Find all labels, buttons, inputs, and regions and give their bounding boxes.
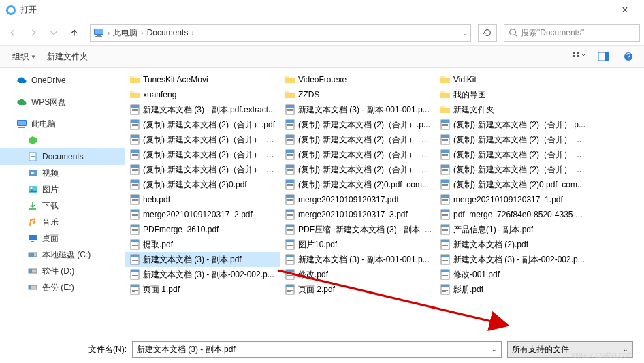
file-item[interactable]: heb.pdf: [125, 192, 280, 207]
file-item[interactable]: merge20210109120317_3.pdf: [280, 207, 436, 222]
file-item[interactable]: 新建文本文档 (3) - 副本-002-002.p...: [125, 267, 280, 282]
file-item[interactable]: (复制)-新建文本文档 (2)（合并）_加...: [125, 147, 280, 162]
file-icon: [440, 224, 451, 235]
file-item[interactable]: (复制)-新建文本文档 (2)（合并）_c...: [280, 132, 436, 147]
file-name: ZZDS: [298, 90, 319, 99]
file-item[interactable]: pdf_merge_726f84e0-8520-4335-...: [436, 207, 591, 222]
sidebar-item-diskc[interactable]: 本地磁盘 (C:): [0, 247, 125, 263]
nav-up-button[interactable]: [65, 24, 83, 42]
file-icon: [285, 134, 295, 145]
folder-icon: [285, 74, 295, 85]
file-name: pdf_merge_726f84e0-8520-4335-...: [453, 210, 582, 219]
preview-pane-button[interactable]: [595, 50, 613, 63]
file-item[interactable]: 页面 1.pdf: [125, 282, 280, 297]
chevron-right-icon: ›: [191, 29, 193, 37]
file-name: 我的导图: [453, 89, 486, 101]
file-name: 产品信息(1) - 副本.pdf: [453, 224, 533, 236]
file-name: merge20210109120317_3.pdf: [298, 210, 408, 219]
sidebar-item-diske[interactable]: 备份 (E:): [0, 279, 125, 296]
filename-input[interactable]: 新建文本文档 (3) - 副本.pdf⌄: [132, 341, 502, 358]
help-button[interactable]: ?: [619, 50, 637, 63]
file-item[interactable]: xuanfeng: [125, 87, 280, 102]
file-item[interactable]: (复制)-新建文本文档 (2)（合并）_加...: [280, 147, 436, 162]
close-button[interactable]: ×: [611, 4, 639, 16]
file-item[interactable]: 新建文本文档 (3) - 副本-002-002.p...: [436, 252, 591, 267]
file-item[interactable]: PDF压缩_新建文本文档 (3) - 副本_...: [280, 222, 436, 237]
file-item[interactable]: merge20210109120317.pdf: [280, 192, 436, 207]
svg-rect-32: [29, 269, 32, 273]
file-item[interactable]: (复制)-新建文本文档 (2)（合并）_已...: [436, 162, 591, 177]
file-item[interactable]: 产品信息(1) - 副本.pdf: [436, 222, 591, 237]
sidebar-item-music[interactable]: 音乐: [0, 214, 125, 230]
file-item[interactable]: (复制)-新建文本文档 (2)（合并）_加...: [280, 162, 436, 177]
file-item[interactable]: (复制)-新建文本文档 (2)0.pdf_com...: [280, 177, 436, 192]
file-item[interactable]: 修改.pdf: [280, 267, 436, 282]
file-item[interactable]: (复制)-新建文本文档 (2)（合并）.pdf: [125, 117, 280, 132]
file-item[interactable]: 新建文本文档 (3) - 副本-001-001.p...: [280, 252, 436, 267]
file-item[interactable]: (复制)-新建文本文档 (2)（合并）_加...: [436, 132, 591, 147]
file-item[interactable]: 新建文本文档 (2).pdf: [436, 237, 591, 252]
file-list[interactable]: TunesKit AceMovixuanfeng新建文本文档 (3) - 副本.…: [125, 68, 644, 334]
file-item[interactable]: 新建文本文档 (3) - 副本.pdf.extract...: [125, 102, 280, 117]
organize-button[interactable]: 组织▼: [7, 48, 42, 65]
search-input[interactable]: 搜索"Documents": [504, 24, 640, 42]
file-icon: [440, 239, 451, 250]
file-name: (复制)-新建文本文档 (2)（合并）_加...: [143, 164, 276, 176]
file-icon: [129, 149, 140, 160]
file-item[interactable]: PDFmerge_3610.pdf: [125, 222, 280, 237]
file-item[interactable]: 页面 2.pdf: [280, 282, 436, 297]
svg-point-12: [8, 7, 14, 13]
file-item[interactable]: (复制)-新建文本文档 (2)0.pdf: [125, 177, 280, 192]
file-item[interactable]: (复制)-新建文本文档 (2)（合并）_加...: [125, 162, 280, 177]
file-item[interactable]: 新建文本文档 (3) - 副本.pdf: [125, 252, 280, 267]
search-placeholder: 搜索"Documents": [521, 27, 584, 39]
file-item[interactable]: (复制)-新建文本文档 (2)（合并）.p...: [436, 117, 591, 132]
file-name: heb.pdf: [143, 195, 170, 204]
file-item[interactable]: (复制)-新建文本文档 (2)（合并）.p...: [280, 117, 436, 132]
file-name: (复制)-新建文本文档 (2)0.pdf_com...: [298, 179, 429, 191]
view-options-button[interactable]: [570, 50, 588, 63]
svg-rect-23: [31, 156, 35, 157]
file-item[interactable]: 影册.pdf: [436, 282, 591, 297]
sidebar-item-thispc[interactable]: 此电脑: [0, 116, 125, 132]
chevron-down-icon[interactable]: ⌄: [462, 29, 468, 37]
file-item[interactable]: VidiKit: [436, 72, 591, 87]
nav-recent-button[interactable]: [45, 24, 63, 42]
refresh-button[interactable]: [478, 24, 497, 42]
file-item[interactable]: merge20210109120317_2.pdf: [125, 207, 280, 222]
breadcrumb[interactable]: › 此电脑 › Documents › ⌄: [90, 24, 471, 42]
nav-forward-button[interactable]: [25, 24, 42, 42]
sidebar-item-downloads[interactable]: 下载: [0, 198, 125, 214]
sidebar-item-diskd[interactable]: 软件 (D:): [0, 263, 125, 279]
newfolder-button[interactable]: 新建文件夹: [42, 48, 93, 65]
file-item[interactable]: 新建文本文档 (3) - 副本-001-001.p...: [280, 102, 436, 117]
file-item[interactable]: VideoFro.exe: [280, 72, 436, 87]
file-icon: [285, 194, 295, 205]
chevron-down-icon[interactable]: ⌄: [492, 346, 497, 353]
file-name: TunesKit AceMovi: [143, 75, 208, 84]
breadcrumb-folder[interactable]: Documents: [146, 28, 190, 37]
nav-back-button[interactable]: [4, 24, 22, 42]
file-item[interactable]: 我的导图: [436, 87, 591, 102]
file-item[interactable]: TunesKit AceMovi: [125, 72, 280, 87]
file-item[interactable]: (复制)-新建文本文档 (2)0.pdf_com...: [436, 177, 591, 192]
sidebar-item-pictures[interactable]: 图片: [0, 181, 125, 198]
sidebar-item-desktop[interactable]: 桌面: [0, 230, 125, 247]
file-name: 修改.pdf: [298, 269, 328, 281]
file-item[interactable]: 图片10.pdf: [280, 237, 436, 252]
file-icon: [129, 194, 140, 205]
file-name: (复制)-新建文本文档 (2)（合并）.p...: [453, 119, 585, 131]
file-icon: [285, 269, 295, 280]
file-name: VidiKit: [453, 75, 477, 84]
file-item[interactable]: (复制)-新建文本文档 (2)（合并）_1...: [125, 132, 280, 147]
file-icon: [285, 224, 295, 235]
file-item[interactable]: 提取.pdf: [125, 237, 280, 252]
file-item[interactable]: 修改-001.pdf: [436, 267, 591, 282]
breadcrumb-pc[interactable]: 此电脑: [112, 27, 139, 39]
file-name: 影册.pdf: [453, 284, 483, 296]
file-item[interactable]: merge20210109120317_1.pdf: [436, 192, 591, 207]
window-title: 打开: [20, 4, 611, 16]
file-item[interactable]: ZZDS: [280, 87, 436, 102]
file-item[interactable]: (复制)-新建文本文档 (2)（合并）_加...: [436, 147, 591, 162]
file-item[interactable]: 新建文件夹: [436, 102, 591, 117]
